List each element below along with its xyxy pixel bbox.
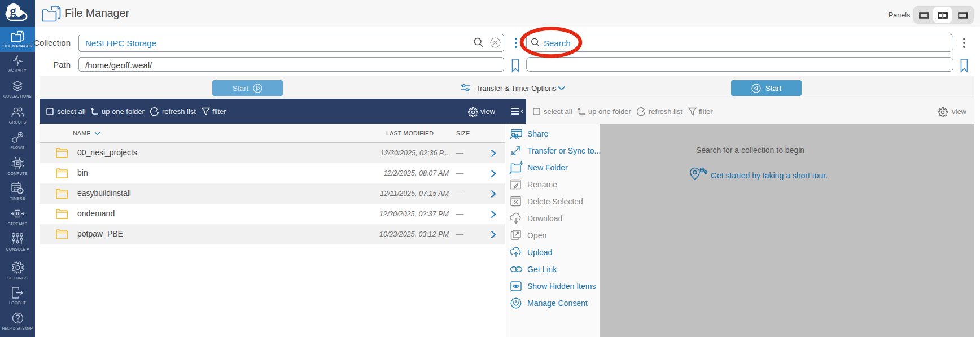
svg-text:g: g [10, 3, 16, 17]
